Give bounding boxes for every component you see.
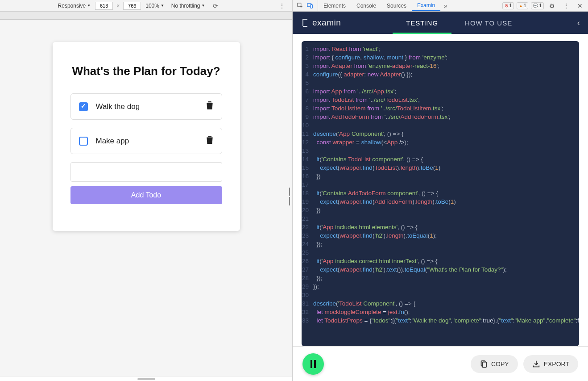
code-line: 22 it('App includes html elements', () =… [302, 223, 579, 231]
tab-examin[interactable]: Examin [412, 0, 440, 11]
code-line: 32 let mocktoggleComplete = jest.fn(); [302, 308, 579, 316]
info-badge[interactable]: 1 [531, 2, 544, 9]
dimension-separator: × [115, 3, 121, 9]
close-icon[interactable]: ✕ [575, 2, 585, 9]
code-line: 21 [302, 214, 579, 223]
code-line: 6import App from '../src/App.tsx'; [302, 87, 579, 96]
code-line: 12 const wrapper = shallow(<App />); [302, 138, 579, 147]
checkbox[interactable] [79, 137, 88, 146]
kebab-icon[interactable]: ⋮ [275, 2, 289, 9]
pause-button[interactable] [302, 353, 324, 375]
code-line: 14 it('Contains TodoList component', () … [302, 155, 579, 163]
code-line: 17 [302, 180, 579, 189]
trash-icon[interactable] [206, 101, 214, 112]
resize-handle-horizontal[interactable] [0, 377, 292, 381]
code-line: 20 }) [302, 206, 579, 214]
code-line: 11describe('App Component', () => { [302, 130, 579, 138]
error-badge[interactable]: 1 [502, 2, 514, 9]
resize-handle-vertical[interactable] [287, 188, 292, 205]
code-line: 16 }) [302, 172, 579, 180]
code-line: 15 expect(wrapper.find(TodoList).length)… [302, 163, 579, 172]
dropdown-icon: ▼ [161, 4, 164, 8]
code-line: 19 expect(wrapper.find(AddTodoForm).leng… [302, 197, 579, 206]
code-line: 4configure({ adapter: new Adapter() }); [302, 70, 579, 79]
todo-text: Walk the dog [96, 102, 206, 111]
svg-rect-8 [314, 360, 316, 368]
todo-item: Walk the dog [70, 93, 222, 120]
code-line: 25 [302, 248, 579, 257]
examin-panel: examin TESTING HOW TO USE ‹ 1import Reac… [292, 12, 588, 381]
svg-rect-2 [311, 4, 312, 8]
height-input[interactable] [123, 2, 141, 10]
ruler [0, 12, 292, 20]
todo-text: Make app [96, 137, 206, 146]
width-input[interactable] [95, 2, 113, 10]
tab-console[interactable]: Console [351, 0, 381, 11]
examin-logo: examin [293, 18, 349, 28]
trash-icon[interactable] [206, 135, 214, 147]
code-line: 29}); [302, 282, 579, 291]
zoom-select[interactable]: 100% ▼ [143, 3, 167, 9]
code-line: 3import Adapter from 'enzyme-adapter-rea… [302, 62, 579, 70]
rotate-icon[interactable]: ⟳ [209, 2, 222, 9]
code-line: 13 [302, 147, 579, 155]
svg-rect-10 [482, 362, 486, 367]
svg-rect-7 [311, 360, 312, 368]
code-line: 9import AddTodoForm from '../src/AddTodo… [302, 113, 579, 121]
chevron-left-icon[interactable]: ‹ [569, 18, 588, 28]
code-block[interactable]: 1import React from 'react';2import { con… [302, 41, 579, 346]
svg-rect-4 [210, 104, 211, 109]
code-line: 27 expect(wrapper.find('h2').text()).toE… [302, 265, 579, 274]
throttle-label: No throttling [171, 3, 200, 9]
code-line: 30 [302, 291, 579, 299]
dropdown-icon: ▼ [202, 4, 205, 8]
device-select[interactable]: Responsive ▼ [55, 3, 94, 9]
examin-header: examin TESTING HOW TO USE ‹ [293, 12, 588, 34]
todo-card: What's the Plan for Today? Walk the dog … [53, 42, 240, 231]
code-line: 23 expect(wrapper.find('h2').length).toE… [302, 231, 579, 240]
code-line: 28 }); [302, 274, 579, 282]
svg-rect-3 [208, 104, 209, 109]
dropdown-icon: ▼ [87, 4, 91, 8]
throttle-select[interactable]: No throttling ▼ [169, 3, 208, 9]
code-line: 31describe('TodoList Component', () => { [302, 299, 579, 308]
add-todo-button[interactable]: Add Todo [70, 186, 222, 204]
tab-elements[interactable]: Elements [318, 0, 351, 11]
kebab-icon[interactable]: ⋮ [560, 2, 572, 9]
code-line: 7import TodoList from '../src/TodoList.t… [302, 96, 579, 104]
todo-item: Make app [70, 128, 222, 154]
devtools-tabs: Elements Console Sources Examin » [318, 0, 451, 11]
code-line: 24 }); [302, 240, 579, 248]
code-viewport: 1import React from 'react';2import { con… [293, 34, 588, 346]
gear-icon[interactable]: ⚙ [547, 2, 558, 9]
devtools-toolbar: Responsive ▼ × 100% ▼ No throttling ▼ ⟳ … [0, 0, 588, 12]
checkbox[interactable] [79, 102, 88, 111]
code-line: 26 it('App includes correct html innerTe… [302, 257, 579, 265]
code-line: 10 [302, 121, 579, 130]
code-line: 1import React from 'react'; [302, 45, 579, 53]
page-title: What's the Plan for Today? [70, 64, 222, 78]
warning-badge[interactable]: 1 [517, 2, 528, 9]
device-toggle-icon[interactable] [305, 1, 315, 11]
copy-button[interactable]: COPY [471, 355, 518, 373]
zoom-label: 100% [145, 3, 159, 9]
svg-rect-5 [208, 138, 209, 143]
new-todo-input[interactable] [70, 162, 222, 182]
code-line: 18 it('Contains AddTodoForm component', … [302, 189, 579, 197]
tab-how-to-use[interactable]: HOW TO USE [465, 12, 512, 34]
inspect-icon[interactable] [295, 1, 305, 11]
export-button[interactable]: EXPORT [523, 355, 578, 373]
device-label: Responsive [58, 3, 86, 9]
tab-sources[interactable]: Sources [381, 0, 412, 11]
tab-testing[interactable]: TESTING [406, 12, 438, 34]
code-line: 8import TodoListItem from '../src/TodoLi… [302, 104, 579, 113]
examin-footer: COPY EXPORT [293, 346, 588, 381]
more-tabs-icon[interactable]: » [440, 2, 451, 9]
code-line: 33 let TodoListProps = {"todos":[{"text"… [302, 316, 579, 325]
emulator-pane: What's the Plan for Today? Walk the dog … [0, 12, 292, 381]
code-line: 2import { configure, shallow, mount } fr… [302, 53, 579, 62]
code-line: 5 [302, 79, 579, 87]
svg-rect-6 [210, 138, 211, 143]
